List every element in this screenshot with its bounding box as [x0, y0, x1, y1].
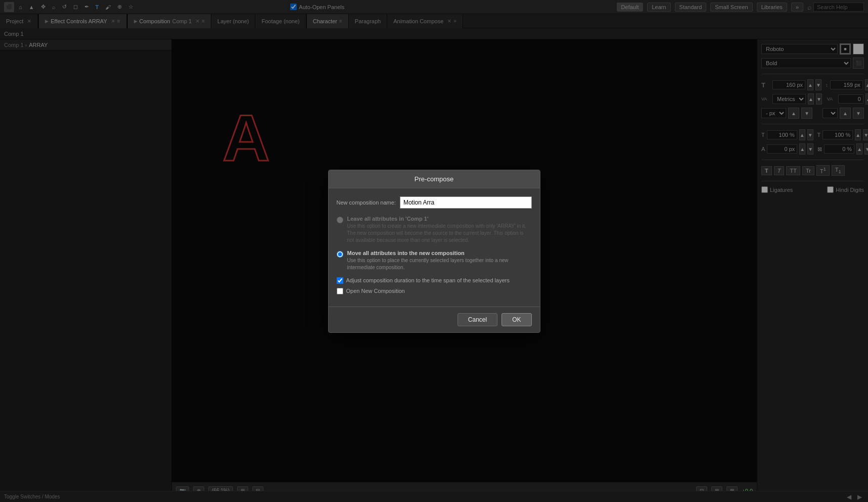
modal-option-2-title: Move all attributes into the new composi… — [347, 250, 532, 256]
modal-checkbox-1-label: Adjust composition duration to the time … — [346, 277, 510, 283]
pre-compose-modal: Pre-compose New composition name: Leave … — [328, 170, 540, 333]
modal-body: New composition name: Leave all attribut… — [329, 188, 540, 307]
modal-radio-2[interactable] — [337, 251, 343, 258]
modal-checkbox-1-row: Adjust composition duration to the time … — [337, 277, 532, 284]
modal-option-2: Move all attributes into the new composi… — [337, 250, 532, 271]
modal-checkbox-1[interactable] — [337, 277, 343, 284]
modal-checkbox-2-label: Open New Composition — [346, 288, 405, 294]
modal-name-label: New composition name: — [337, 199, 396, 206]
cancel-button[interactable]: Cancel — [458, 313, 497, 326]
ok-button[interactable]: OK — [501, 313, 531, 326]
modal-option-2-content: Move all attributes into the new composi… — [347, 250, 532, 271]
modal-option-1-content: Leave all attributes in 'Comp 1' Use thi… — [347, 216, 532, 244]
modal-option-1: Leave all attributes in 'Comp 1' Use thi… — [337, 216, 532, 244]
modal-title: Pre-compose — [329, 170, 540, 188]
modal-checkbox-2-row: Open New Composition — [337, 288, 532, 294]
modal-option-2-desc: Use this option to place the currently s… — [347, 257, 532, 271]
modal-footer: Cancel OK — [329, 307, 540, 332]
modal-radio-1[interactable] — [337, 217, 343, 223]
modal-checkbox-2[interactable] — [337, 288, 343, 294]
modal-overlay: Pre-compose New composition name: Leave … — [0, 0, 868, 502]
modal-name-row: New composition name: — [337, 196, 532, 209]
modal-name-input[interactable] — [400, 196, 532, 209]
modal-option-1-desc: Use this option to create a new intermed… — [347, 223, 532, 244]
modal-option-1-title: Leave all attributes in 'Comp 1' — [347, 216, 532, 222]
